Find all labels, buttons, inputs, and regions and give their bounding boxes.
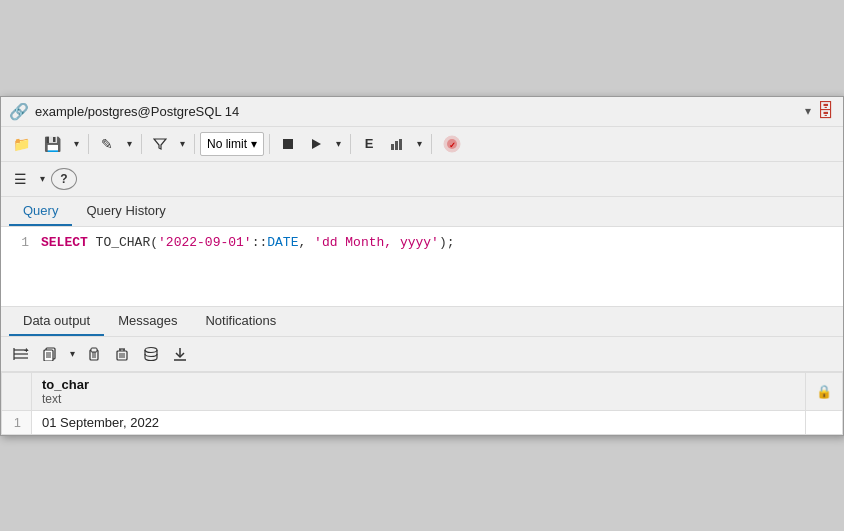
- svg-rect-19: [91, 348, 97, 352]
- closing-paren: );: [439, 235, 455, 250]
- connection-bar: 🔗 example/postgres@PostgreSQL 14 ▾ 🗄: [1, 97, 843, 127]
- explain-button[interactable]: E: [356, 131, 382, 157]
- col-header-to-char: to_char text: [32, 372, 806, 410]
- data-output-table: to_char text 🔒 1 01 September, 2022: [1, 372, 843, 435]
- download-button[interactable]: [167, 341, 193, 367]
- code-area[interactable]: SELECT TO_CHAR('2022-09-01'::DATE, 'dd M…: [41, 235, 831, 298]
- edit-chevron-button[interactable]: ▾: [122, 131, 136, 157]
- main-window: 🔗 example/postgres@PostgreSQL 14 ▾ 🗄 📁 💾…: [0, 96, 844, 436]
- results-table: to_char text 🔒 1 01 September, 2022: [1, 372, 843, 435]
- open-file-button[interactable]: 📁: [7, 131, 36, 157]
- separator-5: [350, 134, 351, 154]
- svg-text:✓: ✓: [449, 141, 456, 150]
- tab-notifications[interactable]: Notifications: [191, 307, 290, 336]
- func-name: TO_CHAR(: [88, 235, 158, 250]
- save-data-button[interactable]: [137, 341, 165, 367]
- row-number: 1: [2, 410, 32, 434]
- connection-dropdown-icon[interactable]: ▾: [805, 104, 811, 118]
- col-subtype: text: [42, 392, 795, 406]
- svg-rect-0: [283, 139, 293, 149]
- keyword-date: DATE: [267, 235, 298, 250]
- keyword-select: SELECT: [41, 235, 88, 250]
- svg-rect-4: [399, 139, 402, 150]
- cast-operator: ::: [252, 235, 268, 250]
- add-row-button[interactable]: +: [7, 341, 35, 367]
- svg-rect-2: [391, 144, 394, 150]
- stop-button[interactable]: [275, 131, 301, 157]
- query-editor[interactable]: 1 SELECT TO_CHAR('2022-09-01'::DATE, 'dd…: [1, 227, 843, 307]
- tab-messages[interactable]: Messages: [104, 307, 191, 336]
- connection-icon: 🔗: [9, 102, 29, 121]
- copy-chevron-button[interactable]: ▾: [65, 341, 79, 367]
- edit-button[interactable]: ✎: [94, 131, 120, 157]
- list-chevron-button[interactable]: ▾: [35, 166, 49, 192]
- output-tabs: Data output Messages Notifications: [1, 307, 843, 337]
- row-num-header: [2, 372, 32, 410]
- separator-4: [269, 134, 270, 154]
- delete-row-button[interactable]: [109, 341, 135, 367]
- secondary-toolbar: ☰ ▾ ?: [1, 162, 843, 197]
- separator-3: [194, 134, 195, 154]
- separator-2: [141, 134, 142, 154]
- save-chevron-button[interactable]: ▾: [69, 131, 83, 157]
- run-chevron-button[interactable]: ▾: [331, 131, 345, 157]
- svg-rect-3: [395, 141, 398, 150]
- svg-text:+: +: [24, 346, 29, 355]
- list-icon: ☰: [14, 171, 27, 187]
- separator-1: [88, 134, 89, 154]
- separator-6: [431, 134, 432, 154]
- tab-query-history[interactable]: Query History: [72, 197, 179, 226]
- col-name: to_char: [42, 377, 795, 392]
- svg-point-30: [145, 347, 157, 352]
- query-options-button[interactable]: ☰: [7, 166, 33, 192]
- paste-button[interactable]: [81, 341, 107, 367]
- filter-button[interactable]: [147, 131, 173, 157]
- filter-chevron-button[interactable]: ▾: [175, 131, 189, 157]
- line-numbers: 1: [13, 235, 29, 298]
- table-row: 1 01 September, 2022: [2, 410, 843, 434]
- tab-query[interactable]: Query: [9, 197, 72, 226]
- output-toolbar: + ▾: [1, 337, 843, 372]
- svg-marker-1: [312, 139, 321, 149]
- macros-button[interactable]: ✓: [437, 131, 467, 157]
- main-toolbar: 📁 💾 ▾ ✎ ▾ ▾ No limit ▾ ▾ E: [1, 127, 843, 162]
- copy-rows-button[interactable]: [37, 341, 63, 367]
- connection-db-icon: 🗄: [817, 101, 835, 122]
- row-value: 01 September, 2022: [32, 410, 806, 434]
- limit-chevron-icon: ▾: [251, 137, 257, 151]
- lock-icon: 🔒: [816, 384, 832, 399]
- save-button[interactable]: 💾: [38, 131, 67, 157]
- limit-dropdown[interactable]: No limit ▾: [200, 132, 264, 156]
- string-format: 'dd Month, yyyy': [306, 235, 439, 250]
- row-lock-cell: [806, 410, 843, 434]
- tab-data-output[interactable]: Data output: [9, 307, 104, 336]
- query-tabs: Query Query History: [1, 197, 843, 227]
- chart-chevron-button[interactable]: ▾: [412, 131, 426, 157]
- string-date: '2022-09-01': [158, 235, 252, 250]
- col-header-lock: 🔒: [806, 372, 843, 410]
- chart-button[interactable]: [384, 131, 410, 157]
- run-button[interactable]: [303, 131, 329, 157]
- help-button[interactable]: ?: [51, 168, 77, 190]
- limit-label: No limit: [207, 137, 247, 151]
- connection-name: example/postgres@PostgreSQL 14: [35, 104, 799, 119]
